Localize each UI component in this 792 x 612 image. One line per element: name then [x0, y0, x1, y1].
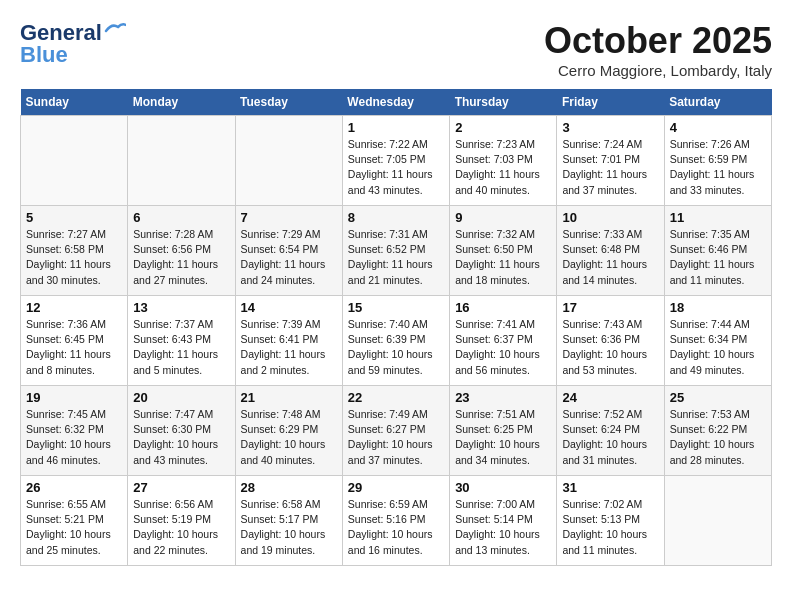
day-number: 22 [348, 390, 444, 405]
day-info: Sunrise: 7:40 AMSunset: 6:39 PMDaylight:… [348, 317, 444, 378]
day-number: 14 [241, 300, 337, 315]
day-info: Sunrise: 7:35 AMSunset: 6:46 PMDaylight:… [670, 227, 766, 288]
day-number: 12 [26, 300, 122, 315]
day-info: Sunrise: 7:39 AMSunset: 6:41 PMDaylight:… [241, 317, 337, 378]
calendar-cell: 16Sunrise: 7:41 AMSunset: 6:37 PMDayligh… [450, 296, 557, 386]
day-info: Sunrise: 7:43 AMSunset: 6:36 PMDaylight:… [562, 317, 658, 378]
day-number: 31 [562, 480, 658, 495]
day-info: Sunrise: 7:49 AMSunset: 6:27 PMDaylight:… [348, 407, 444, 468]
day-info: Sunrise: 7:26 AMSunset: 6:59 PMDaylight:… [670, 137, 766, 198]
calendar-week-row: 5Sunrise: 7:27 AMSunset: 6:58 PMDaylight… [21, 206, 772, 296]
day-info: Sunrise: 7:33 AMSunset: 6:48 PMDaylight:… [562, 227, 658, 288]
calendar-cell [21, 116, 128, 206]
page-header: General Blue October 2025 Cerro Maggiore… [20, 20, 772, 79]
day-number: 20 [133, 390, 229, 405]
day-number: 21 [241, 390, 337, 405]
day-info: Sunrise: 7:48 AMSunset: 6:29 PMDaylight:… [241, 407, 337, 468]
day-info: Sunrise: 6:56 AMSunset: 5:19 PMDaylight:… [133, 497, 229, 558]
day-number: 30 [455, 480, 551, 495]
weekday-header-row: SundayMondayTuesdayWednesdayThursdayFrid… [21, 89, 772, 116]
day-number: 25 [670, 390, 766, 405]
weekday-header-tuesday: Tuesday [235, 89, 342, 116]
day-number: 24 [562, 390, 658, 405]
calendar-week-row: 26Sunrise: 6:55 AMSunset: 5:21 PMDayligh… [21, 476, 772, 566]
day-number: 29 [348, 480, 444, 495]
calendar-cell: 3Sunrise: 7:24 AMSunset: 7:01 PMDaylight… [557, 116, 664, 206]
day-number: 28 [241, 480, 337, 495]
calendar-cell: 31Sunrise: 7:02 AMSunset: 5:13 PMDayligh… [557, 476, 664, 566]
day-number: 9 [455, 210, 551, 225]
day-number: 27 [133, 480, 229, 495]
day-number: 1 [348, 120, 444, 135]
day-number: 5 [26, 210, 122, 225]
day-info: Sunrise: 7:02 AMSunset: 5:13 PMDaylight:… [562, 497, 658, 558]
day-info: Sunrise: 7:00 AMSunset: 5:14 PMDaylight:… [455, 497, 551, 558]
calendar-cell: 9Sunrise: 7:32 AMSunset: 6:50 PMDaylight… [450, 206, 557, 296]
day-number: 10 [562, 210, 658, 225]
day-number: 23 [455, 390, 551, 405]
day-info: Sunrise: 7:41 AMSunset: 6:37 PMDaylight:… [455, 317, 551, 378]
day-info: Sunrise: 7:44 AMSunset: 6:34 PMDaylight:… [670, 317, 766, 378]
day-info: Sunrise: 7:24 AMSunset: 7:01 PMDaylight:… [562, 137, 658, 198]
calendar-cell: 15Sunrise: 7:40 AMSunset: 6:39 PMDayligh… [342, 296, 449, 386]
calendar-week-row: 12Sunrise: 7:36 AMSunset: 6:45 PMDayligh… [21, 296, 772, 386]
day-number: 6 [133, 210, 229, 225]
day-number: 17 [562, 300, 658, 315]
calendar-cell: 14Sunrise: 7:39 AMSunset: 6:41 PMDayligh… [235, 296, 342, 386]
calendar-body: 1Sunrise: 7:22 AMSunset: 7:05 PMDaylight… [21, 116, 772, 566]
calendar-cell: 11Sunrise: 7:35 AMSunset: 6:46 PMDayligh… [664, 206, 771, 296]
calendar-cell: 8Sunrise: 7:31 AMSunset: 6:52 PMDaylight… [342, 206, 449, 296]
calendar-week-row: 19Sunrise: 7:45 AMSunset: 6:32 PMDayligh… [21, 386, 772, 476]
calendar-cell: 10Sunrise: 7:33 AMSunset: 6:48 PMDayligh… [557, 206, 664, 296]
day-info: Sunrise: 7:23 AMSunset: 7:03 PMDaylight:… [455, 137, 551, 198]
logo-blue: Blue [20, 42, 68, 68]
day-info: Sunrise: 7:22 AMSunset: 7:05 PMDaylight:… [348, 137, 444, 198]
calendar-cell: 24Sunrise: 7:52 AMSunset: 6:24 PMDayligh… [557, 386, 664, 476]
day-number: 13 [133, 300, 229, 315]
day-number: 4 [670, 120, 766, 135]
day-number: 2 [455, 120, 551, 135]
calendar-cell: 29Sunrise: 6:59 AMSunset: 5:16 PMDayligh… [342, 476, 449, 566]
calendar-cell: 5Sunrise: 7:27 AMSunset: 6:58 PMDaylight… [21, 206, 128, 296]
day-info: Sunrise: 7:52 AMSunset: 6:24 PMDaylight:… [562, 407, 658, 468]
day-number: 26 [26, 480, 122, 495]
logo-bird-icon [104, 21, 126, 37]
calendar-table: SundayMondayTuesdayWednesdayThursdayFrid… [20, 89, 772, 566]
weekday-header-friday: Friday [557, 89, 664, 116]
day-number: 19 [26, 390, 122, 405]
calendar-cell: 27Sunrise: 6:56 AMSunset: 5:19 PMDayligh… [128, 476, 235, 566]
day-info: Sunrise: 7:36 AMSunset: 6:45 PMDaylight:… [26, 317, 122, 378]
calendar-cell [664, 476, 771, 566]
day-info: Sunrise: 7:51 AMSunset: 6:25 PMDaylight:… [455, 407, 551, 468]
day-info: Sunrise: 7:47 AMSunset: 6:30 PMDaylight:… [133, 407, 229, 468]
day-info: Sunrise: 6:58 AMSunset: 5:17 PMDaylight:… [241, 497, 337, 558]
title-block: October 2025 Cerro Maggiore, Lombardy, I… [544, 20, 772, 79]
day-info: Sunrise: 7:45 AMSunset: 6:32 PMDaylight:… [26, 407, 122, 468]
calendar-cell: 18Sunrise: 7:44 AMSunset: 6:34 PMDayligh… [664, 296, 771, 386]
calendar-cell: 21Sunrise: 7:48 AMSunset: 6:29 PMDayligh… [235, 386, 342, 476]
day-number: 16 [455, 300, 551, 315]
calendar-cell: 25Sunrise: 7:53 AMSunset: 6:22 PMDayligh… [664, 386, 771, 476]
calendar-week-row: 1Sunrise: 7:22 AMSunset: 7:05 PMDaylight… [21, 116, 772, 206]
calendar-cell: 23Sunrise: 7:51 AMSunset: 6:25 PMDayligh… [450, 386, 557, 476]
calendar-cell: 7Sunrise: 7:29 AMSunset: 6:54 PMDaylight… [235, 206, 342, 296]
day-info: Sunrise: 7:31 AMSunset: 6:52 PMDaylight:… [348, 227, 444, 288]
day-info: Sunrise: 6:59 AMSunset: 5:16 PMDaylight:… [348, 497, 444, 558]
calendar-cell: 20Sunrise: 7:47 AMSunset: 6:30 PMDayligh… [128, 386, 235, 476]
day-number: 15 [348, 300, 444, 315]
day-info: Sunrise: 7:53 AMSunset: 6:22 PMDaylight:… [670, 407, 766, 468]
calendar-cell: 30Sunrise: 7:00 AMSunset: 5:14 PMDayligh… [450, 476, 557, 566]
calendar-cell: 28Sunrise: 6:58 AMSunset: 5:17 PMDayligh… [235, 476, 342, 566]
calendar-cell: 12Sunrise: 7:36 AMSunset: 6:45 PMDayligh… [21, 296, 128, 386]
day-number: 7 [241, 210, 337, 225]
day-info: Sunrise: 7:32 AMSunset: 6:50 PMDaylight:… [455, 227, 551, 288]
calendar-cell: 13Sunrise: 7:37 AMSunset: 6:43 PMDayligh… [128, 296, 235, 386]
calendar-cell: 6Sunrise: 7:28 AMSunset: 6:56 PMDaylight… [128, 206, 235, 296]
calendar-cell [128, 116, 235, 206]
month-title: October 2025 [544, 20, 772, 62]
calendar-cell: 1Sunrise: 7:22 AMSunset: 7:05 PMDaylight… [342, 116, 449, 206]
calendar-cell: 26Sunrise: 6:55 AMSunset: 5:21 PMDayligh… [21, 476, 128, 566]
location: Cerro Maggiore, Lombardy, Italy [544, 62, 772, 79]
calendar-cell [235, 116, 342, 206]
calendar-cell: 4Sunrise: 7:26 AMSunset: 6:59 PMDaylight… [664, 116, 771, 206]
